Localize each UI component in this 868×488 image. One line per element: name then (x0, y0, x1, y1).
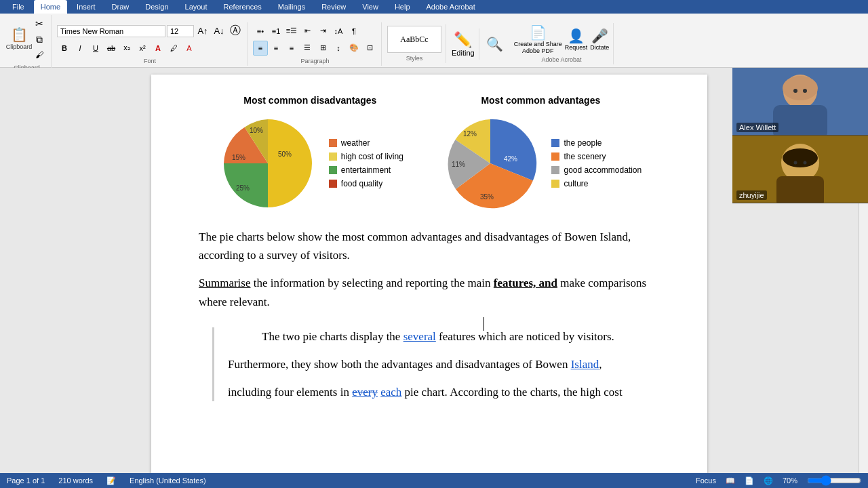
culture-label: culture (564, 179, 588, 188)
decrease-indent-button[interactable]: ⇤ (300, 24, 315, 39)
tab-home[interactable]: Home (34, 0, 67, 14)
tab-design[interactable]: Design (138, 0, 175, 14)
align-right-button[interactable]: ≡ (284, 41, 299, 56)
weather-color (329, 139, 337, 147)
tab-draw[interactable]: Draw (105, 0, 136, 14)
text-effects-button[interactable]: A (151, 41, 165, 56)
styles-group: AaBbCc Styles (383, 24, 446, 63)
strikethrough-button[interactable]: ab (104, 41, 119, 56)
copy-button[interactable]: ⧉ (32, 32, 47, 47)
language[interactable]: English (United States) (130, 476, 206, 485)
advantages-pie: 42% 35% 11% 12% (439, 113, 541, 214)
subscript-button[interactable]: x₂ (119, 41, 134, 56)
paste-button[interactable]: 📋 Clipboard (7, 25, 31, 54)
align-left-button[interactable]: ≡ (253, 41, 268, 56)
align-center-button[interactable]: ≡ (269, 41, 283, 56)
tab-file[interactable]: File (5, 0, 31, 14)
format-painter-button[interactable]: 🖌 (32, 47, 47, 62)
focus-button[interactable]: Focus (696, 476, 716, 485)
tab-adobe[interactable]: Adobe Acrobat (420, 0, 482, 14)
superscript-button[interactable]: x² (135, 41, 150, 56)
font-name-input[interactable] (57, 25, 165, 37)
proofread-icon[interactable]: 📝 (106, 476, 116, 485)
read-mode-icon[interactable]: 📖 (726, 476, 735, 485)
doc-scroll[interactable]: Most common disadvantages (0, 68, 859, 473)
web-layout-icon[interactable]: 🌐 (764, 476, 773, 485)
styles-label: Styles (387, 55, 441, 62)
tab-view[interactable]: View (355, 0, 385, 14)
adobe-label: Adobe Acrobat (514, 56, 610, 63)
columns-button[interactable]: ⊞ (315, 41, 330, 56)
island-link[interactable]: Island (571, 358, 599, 371)
adobe-group: 📄 Create and ShareAdobe PDF 👤 Request 🎤 … (510, 23, 614, 64)
weather-label: weather (341, 138, 370, 148)
underline-button[interactable]: U (88, 41, 103, 56)
highlight-button[interactable]: 🖊 (166, 41, 181, 56)
bullets-button[interactable]: ≡• (253, 24, 268, 39)
accommodation-color (551, 166, 559, 174)
request-button[interactable]: 👤 Request (565, 28, 588, 51)
clipboard-group: 📋 Clipboard ✂ ⧉ 🖌 Clipboard (3, 15, 52, 73)
shading-button[interactable]: 🎨 (347, 41, 361, 56)
decrease-font-button[interactable]: A↓ (212, 24, 226, 39)
food-quality-color (329, 180, 337, 188)
dictate-button[interactable]: 🎤 Dictate (590, 28, 609, 51)
italic-button[interactable]: I (73, 41, 87, 56)
video-tile-zhuyijie: zhuyijie (732, 136, 868, 203)
line-spacing-button[interactable]: ↕ (331, 41, 346, 56)
font-size-input[interactable] (167, 25, 194, 37)
tab-references[interactable]: References (217, 0, 269, 14)
editing-label: Editing (452, 49, 475, 57)
tab-insert[interactable]: Insert (70, 0, 102, 14)
editing-group[interactable]: ✏️ Editing (448, 28, 479, 60)
paragraph-4: Furthermore, they show both the advantag… (228, 355, 660, 373)
each-link[interactable]: each (380, 386, 401, 399)
advantages-chart-section: Most common advantages (439, 95, 642, 214)
tab-help[interactable]: Help (388, 0, 417, 14)
clear-format-button[interactable]: Ⓐ (228, 24, 243, 39)
dictate-label: Dictate (590, 44, 609, 51)
show-para-button[interactable]: ¶ (347, 24, 361, 39)
paragraph-5: including four elements in every each pi… (228, 383, 660, 401)
disadvantages-title: Most common disadvantages (243, 95, 376, 106)
high-cost-label: high cost of living (341, 152, 403, 161)
culture-color (551, 180, 559, 188)
zoom-level: 70% (783, 476, 797, 485)
font-color-button[interactable]: A (182, 41, 197, 56)
cut-button[interactable]: ✂ (32, 16, 47, 31)
create-share-pdf-button[interactable]: 📄 Create and ShareAdobe PDF (514, 24, 562, 54)
para5-post: pie chart. According to the charts, the … (401, 386, 622, 399)
charts-container: Most common disadvantages (199, 95, 660, 214)
increase-font-button[interactable]: A↑ (195, 24, 210, 39)
numbering-button[interactable]: ≡1 (269, 24, 283, 39)
eye-left (793, 89, 797, 93)
quoted-section: The two pie charts display the several f… (212, 327, 660, 402)
legend-high-cost: high cost of living (329, 152, 403, 161)
culture-pct-label: 12% (463, 130, 477, 138)
zoom-slider[interactable] (807, 475, 861, 486)
ribbon-content: 📋 Clipboard ✂ ⧉ 🖌 Clipboard A↑ A↓ Ⓐ (0, 14, 868, 74)
search-group[interactable]: 🔍 (481, 33, 509, 55)
entertainment-label: entertainment (341, 165, 391, 175)
para4-post: , (599, 358, 601, 371)
tab-mailings[interactable]: Mailings (271, 0, 312, 14)
tab-review[interactable]: Review (315, 0, 353, 14)
styles-preview[interactable]: AaBbCc (387, 26, 441, 53)
borders-button[interactable]: ⊡ (362, 41, 377, 56)
food-quality-label: food quality (341, 179, 382, 188)
multilevel-button[interactable]: ≡☰ (284, 24, 299, 39)
print-layout-icon[interactable]: 📄 (745, 476, 754, 485)
head-top (783, 76, 818, 100)
para2-mid: the information by selecting and reporti… (251, 277, 494, 289)
sort-button[interactable]: ↕A (331, 24, 346, 39)
people-color (551, 139, 559, 147)
bold-button[interactable]: B (57, 41, 72, 56)
several-link[interactable]: several (403, 330, 436, 343)
increase-indent-button[interactable]: ⇥ (315, 24, 330, 39)
paragraph-1: The pie charts below show the most commo… (199, 228, 660, 264)
justify-button[interactable]: ☰ (300, 41, 315, 56)
tab-layout[interactable]: Layout (178, 0, 214, 14)
scenery-label: the scenery (564, 152, 606, 161)
editing-icon: ✏️ (454, 31, 472, 49)
every-strikethrough: every (352, 386, 378, 399)
